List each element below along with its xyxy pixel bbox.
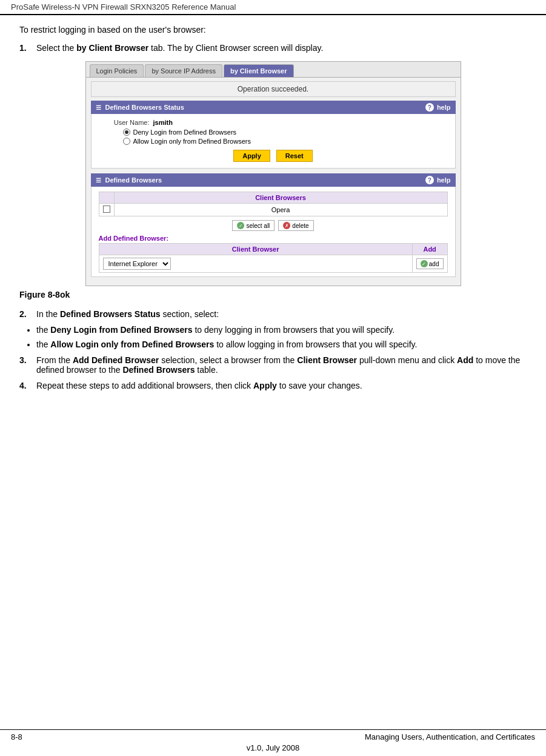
step-3-num: 3. [19, 355, 36, 375]
add-browser-button[interactable]: ✓ add [416, 258, 444, 269]
figure-caption: Figure 8-8ok [19, 290, 527, 299]
row-checkbox-cell[interactable] [99, 204, 114, 216]
footer-right: Managing Users, Authentication, and Cert… [365, 732, 535, 741]
header-title: ProSafe Wireless-N VPN Firewall SRXN3205… [11, 2, 236, 12]
success-message: Operation succeeded. [91, 81, 456, 97]
step-4-num: 4. [19, 381, 36, 390]
step-4: 4. Repeat these steps to add additional … [19, 381, 527, 390]
step-2-text: In the Defined Browsers Status section, … [36, 309, 527, 319]
section1-buttons: Apply Reset [99, 150, 448, 162]
section2-help[interactable]: ? help [425, 176, 451, 184]
action-row: ✓ select all ✗ delete [99, 220, 448, 231]
footer-center: v1.0, July 2008 [0, 743, 546, 752]
tab-by-client-browser[interactable]: by Client Browser [224, 64, 294, 77]
help-icon-1: ? [425, 103, 434, 112]
section2-body: Client Browsers Opera ✓ [91, 187, 456, 277]
intro-text: To restrict logging in based on the user… [19, 25, 527, 35]
screenshot-container: Login Policies by Source IP Address by C… [85, 61, 461, 286]
step-3-text: From the Add Defined Browser selection, … [36, 355, 527, 375]
tab-login-policies[interactable]: Login Policies [90, 64, 144, 77]
bullet-item-2: the Allow Login only from Defined Browse… [36, 340, 527, 349]
step-2-num: 2. [19, 309, 36, 319]
row-checkbox[interactable] [103, 206, 110, 213]
section1-header: ☰ Defined Browsers Status ? help [91, 101, 456, 114]
footer-left: 8-8 [11, 732, 22, 741]
radio-allow-row[interactable]: Allow Login only from Defined Browsers [123, 138, 448, 145]
radio-deny-row[interactable]: Deny Login from Defined Browsers [123, 129, 448, 136]
step-1: 1. Select the by Client Browser tab. The… [19, 43, 527, 53]
browsers-table: Client Browsers Opera [99, 192, 448, 216]
apply-button[interactable]: Apply [233, 150, 270, 162]
bullet-item-1: the Deny Login from Defined Browsers to … [36, 325, 527, 335]
add-browser-table: Client Browser Add Internet Explorer Fir… [99, 243, 448, 273]
radio-deny-label: Deny Login from Defined Browsers [133, 129, 237, 136]
section1-title: ☰ Defined Browsers Status [96, 104, 184, 111]
page-footer: 8-8 Managing Users, Authentication, and … [0, 729, 546, 744]
add-browser-label: Add Defined Browser: [99, 235, 448, 242]
browser-dropdown[interactable]: Internet Explorer Firefox Opera Safari C… [103, 258, 171, 270]
screen-body: Operation succeeded. ☰ Defined Browsers … [86, 78, 461, 286]
add-col-client-browser: Client Browser [99, 244, 412, 255]
radio-allow-dot[interactable] [123, 138, 130, 145]
reset-button[interactable]: Reset [276, 150, 313, 162]
help-icon-2: ? [425, 176, 434, 184]
section1-body: User Name: jsmith Deny Login from Define… [91, 114, 456, 169]
section2-header: ☰ Defined Browsers ? help [91, 173, 456, 187]
col-client-browsers: Client Browsers [114, 192, 447, 204]
username-label: User Name: [99, 119, 153, 126]
row-browser-value: Opera [114, 204, 447, 216]
tab-bar: Login Policies by Source IP Address by C… [86, 62, 461, 78]
step-1-text: Select the by Client Browser tab. The by… [36, 43, 527, 53]
radio-allow-label: Allow Login only from Defined Browsers [133, 138, 251, 145]
select-all-icon: ✓ [237, 222, 244, 229]
add-btn-cell: ✓ add [412, 255, 447, 273]
bullet-list: the Deny Login from Defined Browsers to … [36, 325, 527, 349]
step-4-text: Repeat these steps to add additional bro… [36, 381, 527, 390]
step-3: 3. From the Add Defined Browser selectio… [19, 355, 527, 375]
section2-title: ☰ Defined Browsers [96, 176, 162, 184]
page-header: ProSafe Wireless-N VPN Firewall SRXN3205… [0, 0, 546, 15]
step-2: 2. In the Defined Browsers Status sectio… [19, 309, 527, 319]
username-row: User Name: jsmith [99, 119, 448, 126]
add-col-add: Add [412, 244, 447, 255]
add-browser-select-cell: Internet Explorer Firefox Opera Safari C… [99, 255, 412, 273]
username-value: jsmith [153, 119, 173, 126]
select-all-button[interactable]: ✓ select all [232, 220, 275, 231]
table-row: Opera [99, 204, 447, 216]
add-browser-icon: ✓ [421, 260, 428, 267]
delete-button[interactable]: ✗ delete [278, 220, 313, 231]
section1-help[interactable]: ? help [425, 103, 451, 112]
delete-icon: ✗ [283, 222, 290, 229]
add-browser-row: Internet Explorer Firefox Opera Safari C… [99, 255, 447, 273]
tab-by-source-ip[interactable]: by Source IP Address [145, 64, 222, 77]
step-1-num: 1. [19, 43, 36, 53]
figure-label: Figure 8-8ok [19, 290, 70, 299]
radio-deny-dot[interactable] [123, 129, 130, 136]
col-checkbox [99, 192, 114, 204]
